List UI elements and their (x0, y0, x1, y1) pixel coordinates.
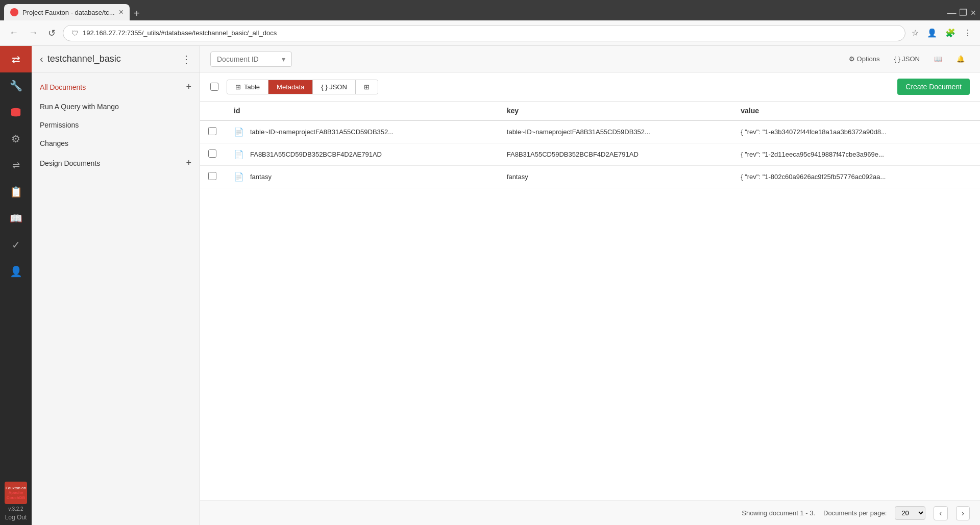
table-row[interactable]: 📄 table~ID~nameprojectFA8B31A55CD59DB352… (200, 120, 980, 143)
app-layout: ⇄ 🔧 ⚙ ⇌ 📋 📖 ✓ 👤 (0, 46, 980, 525)
row-id-cell[interactable]: 📄 fantasy (226, 166, 499, 188)
row-key-cell: fantasy (499, 166, 732, 188)
next-page-btn[interactable]: › (956, 506, 970, 520)
tab-table[interactable]: ⊞ Table (227, 80, 268, 94)
browser-tab-bar: Project Fauxton - database/tc... × + — ❐… (0, 0, 980, 20)
content-toolbar: ⊞ Table Metadata { } JSON ⊞ Create Docum… (200, 72, 980, 102)
rail-icon-database[interactable] (0, 99, 32, 126)
sidebar-nav: All Documents + Run A Query with Mango P… (32, 72, 200, 178)
sidebar: ‹ testchannel_basic ⋮ All Documents + Ru… (32, 46, 200, 525)
sidebar-back-btn[interactable]: ‹ (40, 53, 43, 65)
rail-icon-wrench[interactable]: 🔧 (0, 72, 32, 99)
tab-title: Project Fauxton - database/tc... (22, 9, 115, 16)
rail-icon-docs[interactable]: 📖 (0, 205, 32, 232)
sidebar-item-permissions[interactable]: Permissions (32, 116, 200, 134)
browser-toolbar: ← → ↺ 🛡 192.168.27.72:7355/_utils/#datab… (0, 20, 980, 46)
row-checkbox[interactable] (208, 127, 216, 135)
refresh-btn[interactable]: ↺ (45, 26, 59, 41)
sidebar-item-changes[interactable]: Changes (32, 134, 200, 153)
icon-rail: ⇄ 🔧 ⚙ ⇌ 📋 📖 ✓ 👤 (0, 46, 32, 525)
showing-text: Showing document 1 - 3. (742, 509, 815, 517)
logo-line1: Fauxton on Apache CouchDB (6, 486, 26, 501)
per-page-select[interactable]: 20 50 100 (895, 506, 925, 520)
row-id-value: FA8B31A55CD59DB352BCBF4D2AE791AD (250, 151, 382, 158)
address-bar[interactable]: 🛡 192.168.27.72:7355/_utils/#database/te… (63, 25, 905, 41)
sidebar-item-add-btn[interactable]: + (186, 82, 191, 92)
table-row[interactable]: 📄 fantasy fantasy { "rev": "1-802c60a962… (200, 166, 980, 188)
maximize-btn[interactable]: ❐ (959, 7, 967, 18)
rail-top-icon[interactable]: ⇄ (0, 46, 32, 72)
rail-icon-clipboard[interactable]: 📋 (0, 179, 32, 205)
sidebar-item-design-docs-label: Design Documents (40, 159, 100, 167)
rail-icon-check[interactable]: ✓ (0, 232, 32, 258)
documents-table: id key value 📄 table~ID~nameprojectFA8B3… (200, 102, 980, 188)
row-key-value: FA8B31A55CD59DB352BCBF4D2AE791AD (507, 151, 639, 158)
sidebar-menu-btn[interactable]: ⋮ (181, 53, 191, 65)
rail-icon-user[interactable]: 👤 (0, 258, 32, 285)
table-icon: ⊞ (235, 83, 241, 91)
content-area: ⊞ Table Metadata { } JSON ⊞ Create Docum… (200, 72, 980, 501)
browser-actions: ☆ 👤 🧩 ⋮ (910, 26, 974, 40)
row-key-value: fantasy (507, 173, 528, 181)
doc-icon: 📄 (234, 149, 244, 159)
table-row[interactable]: 📄 FA8B31A55CD59DB352BCBF4D2AE791AD FA8B3… (200, 143, 980, 166)
rail-icon-replication[interactable]: ⇌ (0, 152, 32, 179)
rail-bottom: Fauxton on Apache CouchDB v.3.2.2 Log Ou… (5, 482, 27, 525)
select-all-checkbox[interactable] (210, 83, 218, 91)
new-tab-btn[interactable]: + (134, 8, 140, 19)
window-close-btn[interactable]: × (970, 8, 976, 18)
row-checkbox-cell (200, 143, 226, 166)
tab-close-btn[interactable]: × (119, 8, 124, 17)
row-value-cell: { "rev": "1-e3b34072f44fce18a1aa3b6372a9… (732, 120, 980, 143)
col-header-id: id (226, 102, 499, 120)
json-view-btn[interactable]: { } JSON (889, 52, 925, 66)
back-btn[interactable]: ← (6, 26, 21, 40)
sidebar-design-add-btn[interactable]: + (186, 158, 191, 168)
col-header-value: value (732, 102, 980, 120)
profile-btn[interactable]: 👤 (925, 26, 939, 40)
minimize-btn[interactable]: — (947, 8, 956, 18)
per-page-label: Documents per page: (823, 509, 887, 517)
sidebar-item-design-docs[interactable]: Design Documents + (32, 153, 200, 173)
row-value-value: { "rev": "1-2d11eeca95c9419887f47cbe3a96… (741, 151, 884, 158)
row-value-cell: { "rev": "1-802c60a9626ac9f25fb57776ac09… (732, 166, 980, 188)
tab-grid[interactable]: ⊞ (356, 80, 378, 94)
bell-btn[interactable]: 🔔 (951, 52, 970, 66)
row-checkbox-cell (200, 120, 226, 143)
active-tab[interactable]: Project Fauxton - database/tc... × (4, 4, 130, 20)
sidebar-item-all-docs-label: All Documents (40, 83, 86, 91)
extensions-btn[interactable]: 🧩 (943, 26, 958, 40)
row-value-value: { "rev": "1-e3b34072f44fce18a1aa3b6372a9… (741, 128, 887, 136)
sidebar-title: testchannel_basic (47, 54, 181, 64)
row-id-cell[interactable]: 📄 table~ID~nameprojectFA8B31A55CD59DB352… (226, 120, 499, 143)
row-value-cell: { "rev": "1-2d11eeca95c9419887f47cbe3a96… (732, 143, 980, 166)
col-header-key: key (499, 102, 732, 120)
row-key-cell: table~ID~nameprojectFA8B31A55CD59DB352..… (499, 120, 732, 143)
tab-metadata[interactable]: Metadata (268, 80, 313, 94)
sidebar-item-mango[interactable]: Run A Query with Mango (32, 97, 200, 116)
browser-chrome: Project Fauxton - database/tc... × + — ❐… (0, 0, 980, 46)
row-id-cell[interactable]: 📄 FA8B31A55CD59DB352BCBF4D2AE791AD (226, 143, 499, 166)
more-btn[interactable]: ⋮ (962, 26, 974, 40)
forward-btn[interactable]: → (26, 26, 41, 40)
book-btn[interactable]: 📖 (929, 52, 947, 66)
bookmark-btn[interactable]: ☆ (910, 26, 921, 40)
sidebar-item-all-docs[interactable]: All Documents + (32, 77, 200, 97)
row-id-value: fantasy (250, 173, 272, 181)
row-checkbox[interactable] (208, 149, 216, 158)
row-id-value: table~ID~nameprojectFA8B31A55CD59DB352..… (250, 128, 394, 136)
prev-page-btn[interactable]: ‹ (934, 506, 947, 520)
tab-json[interactable]: { } JSON (313, 80, 356, 94)
rail-icon-settings[interactable]: ⚙ (0, 126, 32, 152)
doc-icon: 📄 (234, 172, 244, 182)
create-doc-btn[interactable]: Create Document (897, 79, 970, 95)
tab-favicon (10, 8, 18, 16)
row-checkbox[interactable] (208, 172, 216, 180)
doc-id-dropdown[interactable]: Document ID ▾ (210, 52, 292, 67)
couchdb-logo: Fauxton on Apache CouchDB (5, 482, 27, 504)
sidebar-item-permissions-label: Permissions (40, 121, 79, 129)
sidebar-item-changes-label: Changes (40, 139, 68, 147)
options-btn[interactable]: ⚙ Options (844, 52, 885, 66)
main-header: Document ID ▾ ⚙ Options { } JSON 📖 🔔 (200, 46, 980, 72)
logout-btn[interactable]: Log Out (5, 514, 27, 521)
